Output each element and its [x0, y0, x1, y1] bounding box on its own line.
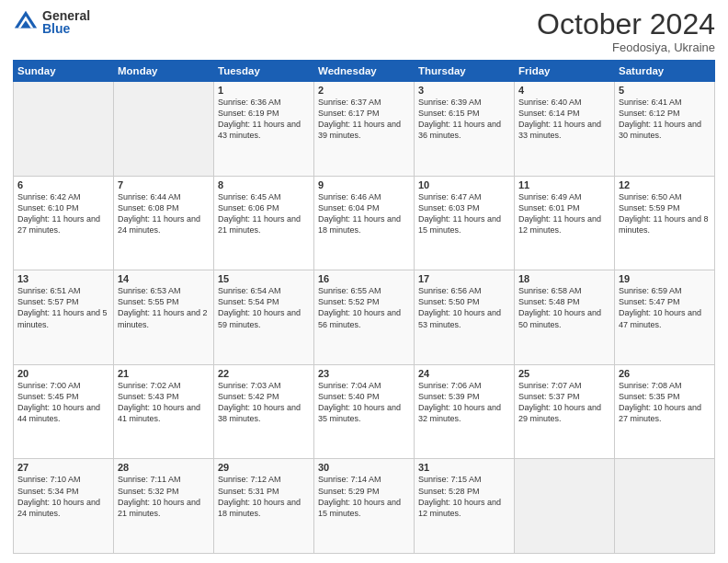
- logo-text: General Blue: [42, 9, 90, 35]
- day-info: Sunrise: 6:40 AMSunset: 6:14 PMDaylight:…: [518, 97, 610, 142]
- day-number: 13: [17, 273, 109, 284]
- day-info: Sunrise: 7:02 AMSunset: 5:43 PMDaylight:…: [118, 380, 210, 425]
- calendar-cell: 24Sunrise: 7:06 AMSunset: 5:39 PMDayligh…: [415, 364, 515, 459]
- day-info: Sunrise: 6:39 AMSunset: 6:15 PMDaylight:…: [418, 97, 510, 142]
- days-header-row: SundayMondayTuesdayWednesdayThursdayFrid…: [14, 61, 715, 82]
- day-header-monday: Monday: [114, 61, 214, 82]
- calendar-cell: 12Sunrise: 6:50 AMSunset: 5:59 PMDayligh…: [615, 176, 715, 270]
- day-number: 27: [17, 462, 109, 473]
- day-info: Sunrise: 6:49 AMSunset: 6:01 PMDaylight:…: [518, 191, 610, 236]
- calendar-cell: [615, 459, 715, 554]
- logo-icon: [13, 9, 39, 35]
- day-info: Sunrise: 6:44 AMSunset: 6:08 PMDaylight:…: [118, 191, 210, 236]
- month-title: October 2024: [537, 9, 715, 39]
- day-number: 23: [318, 368, 410, 379]
- day-header-thursday: Thursday: [415, 61, 515, 82]
- day-info: Sunrise: 7:10 AMSunset: 5:34 PMDaylight:…: [17, 474, 109, 519]
- calendar-week-3: 13Sunrise: 6:51 AMSunset: 5:57 PMDayligh…: [14, 270, 715, 365]
- calendar-cell: 1Sunrise: 6:36 AMSunset: 6:19 PMDaylight…: [214, 82, 314, 177]
- day-number: 5: [619, 85, 711, 96]
- calendar-cell: [114, 82, 214, 177]
- calendar-cell: 10Sunrise: 6:47 AMSunset: 6:03 PMDayligh…: [415, 176, 515, 270]
- day-info: Sunrise: 6:47 AMSunset: 6:03 PMDaylight:…: [418, 191, 510, 236]
- calendar-week-2: 6Sunrise: 6:42 AMSunset: 6:10 PMDaylight…: [14, 176, 715, 270]
- logo-blue-text: Blue: [42, 22, 90, 35]
- calendar-cell: 3Sunrise: 6:39 AMSunset: 6:15 PMDaylight…: [415, 82, 515, 177]
- day-number: 19: [619, 273, 711, 284]
- day-info: Sunrise: 7:11 AMSunset: 5:32 PMDaylight:…: [118, 474, 210, 519]
- day-info: Sunrise: 6:51 AMSunset: 5:57 PMDaylight:…: [17, 285, 109, 330]
- calendar-cell: 28Sunrise: 7:11 AMSunset: 5:32 PMDayligh…: [114, 459, 214, 554]
- day-number: 11: [518, 179, 610, 190]
- day-number: 16: [318, 273, 410, 284]
- day-number: 30: [318, 462, 410, 473]
- calendar-cell: 22Sunrise: 7:03 AMSunset: 5:42 PMDayligh…: [214, 364, 314, 459]
- calendar-cell: 21Sunrise: 7:02 AMSunset: 5:43 PMDayligh…: [114, 364, 214, 459]
- calendar-cell: 17Sunrise: 6:56 AMSunset: 5:50 PMDayligh…: [415, 270, 515, 365]
- calendar-cell: 25Sunrise: 7:07 AMSunset: 5:37 PMDayligh…: [515, 364, 615, 459]
- calendar-cell: 27Sunrise: 7:10 AMSunset: 5:34 PMDayligh…: [14, 459, 114, 554]
- day-header-saturday: Saturday: [615, 61, 715, 82]
- calendar-cell: 30Sunrise: 7:14 AMSunset: 5:29 PMDayligh…: [314, 459, 415, 554]
- day-number: 26: [619, 368, 711, 379]
- day-number: 7: [118, 179, 210, 190]
- day-number: 9: [318, 179, 410, 190]
- calendar-cell: [515, 459, 615, 554]
- day-info: Sunrise: 6:45 AMSunset: 6:06 PMDaylight:…: [218, 191, 310, 236]
- day-info: Sunrise: 7:00 AMSunset: 5:45 PMDaylight:…: [17, 380, 109, 425]
- calendar-cell: 4Sunrise: 6:40 AMSunset: 6:14 PMDaylight…: [515, 82, 615, 177]
- location-subtitle: Feodosiya, Ukraine: [537, 40, 715, 54]
- day-info: Sunrise: 6:59 AMSunset: 5:47 PMDaylight:…: [619, 285, 711, 330]
- day-info: Sunrise: 6:56 AMSunset: 5:50 PMDaylight:…: [418, 285, 510, 330]
- calendar-cell: 19Sunrise: 6:59 AMSunset: 5:47 PMDayligh…: [615, 270, 715, 365]
- day-info: Sunrise: 7:06 AMSunset: 5:39 PMDaylight:…: [418, 380, 510, 425]
- day-number: 6: [17, 179, 109, 190]
- day-number: 20: [17, 368, 109, 379]
- calendar-week-4: 20Sunrise: 7:00 AMSunset: 5:45 PMDayligh…: [14, 364, 715, 459]
- day-number: 15: [218, 273, 310, 284]
- page: General Blue October 2024 Feodosiya, Ukr…: [0, 0, 728, 563]
- day-info: Sunrise: 6:42 AMSunset: 6:10 PMDaylight:…: [17, 191, 109, 236]
- calendar-cell: 6Sunrise: 6:42 AMSunset: 6:10 PMDaylight…: [14, 176, 114, 270]
- day-info: Sunrise: 7:03 AMSunset: 5:42 PMDaylight:…: [218, 380, 310, 425]
- day-number: 29: [218, 462, 310, 473]
- calendar-cell: 2Sunrise: 6:37 AMSunset: 6:17 PMDaylight…: [314, 82, 415, 177]
- day-number: 25: [518, 368, 610, 379]
- day-header-sunday: Sunday: [14, 61, 114, 82]
- calendar-cell: 26Sunrise: 7:08 AMSunset: 5:35 PMDayligh…: [615, 364, 715, 459]
- day-number: 28: [118, 462, 210, 473]
- calendar-cell: [14, 82, 114, 177]
- day-info: Sunrise: 6:46 AMSunset: 6:04 PMDaylight:…: [318, 191, 410, 236]
- calendar-cell: 31Sunrise: 7:15 AMSunset: 5:28 PMDayligh…: [415, 459, 515, 554]
- calendar-cell: 23Sunrise: 7:04 AMSunset: 5:40 PMDayligh…: [314, 364, 415, 459]
- calendar-cell: 15Sunrise: 6:54 AMSunset: 5:54 PMDayligh…: [214, 270, 314, 365]
- day-info: Sunrise: 6:36 AMSunset: 6:19 PMDaylight:…: [218, 97, 310, 142]
- day-number: 22: [218, 368, 310, 379]
- calendar-cell: 29Sunrise: 7:12 AMSunset: 5:31 PMDayligh…: [214, 459, 314, 554]
- calendar-body: 1Sunrise: 6:36 AMSunset: 6:19 PMDaylight…: [14, 82, 715, 554]
- day-number: 8: [218, 179, 310, 190]
- day-number: 1: [218, 85, 310, 96]
- day-number: 10: [418, 179, 510, 190]
- day-info: Sunrise: 7:07 AMSunset: 5:37 PMDaylight:…: [518, 380, 610, 425]
- day-info: Sunrise: 7:12 AMSunset: 5:31 PMDaylight:…: [218, 474, 310, 519]
- calendar-cell: 18Sunrise: 6:58 AMSunset: 5:48 PMDayligh…: [515, 270, 615, 365]
- day-info: Sunrise: 6:58 AMSunset: 5:48 PMDaylight:…: [518, 285, 610, 330]
- calendar-cell: 11Sunrise: 6:49 AMSunset: 6:01 PMDayligh…: [515, 176, 615, 270]
- calendar-cell: 8Sunrise: 6:45 AMSunset: 6:06 PMDaylight…: [214, 176, 314, 270]
- calendar: SundayMondayTuesdayWednesdayThursdayFrid…: [13, 60, 715, 554]
- day-number: 17: [418, 273, 510, 284]
- calendar-cell: 14Sunrise: 6:53 AMSunset: 5:55 PMDayligh…: [114, 270, 214, 365]
- day-header-tuesday: Tuesday: [214, 61, 314, 82]
- day-number: 31: [418, 462, 510, 473]
- calendar-cell: 5Sunrise: 6:41 AMSunset: 6:12 PMDaylight…: [615, 82, 715, 177]
- day-number: 14: [118, 273, 210, 284]
- logo: General Blue: [13, 9, 90, 35]
- day-number: 2: [318, 85, 410, 96]
- calendar-header: SundayMondayTuesdayWednesdayThursdayFrid…: [14, 61, 715, 82]
- day-info: Sunrise: 7:15 AMSunset: 5:28 PMDaylight:…: [418, 474, 510, 519]
- day-info: Sunrise: 7:14 AMSunset: 5:29 PMDaylight:…: [318, 474, 410, 519]
- day-info: Sunrise: 6:54 AMSunset: 5:54 PMDaylight:…: [218, 285, 310, 330]
- day-number: 21: [118, 368, 210, 379]
- day-header-friday: Friday: [515, 61, 615, 82]
